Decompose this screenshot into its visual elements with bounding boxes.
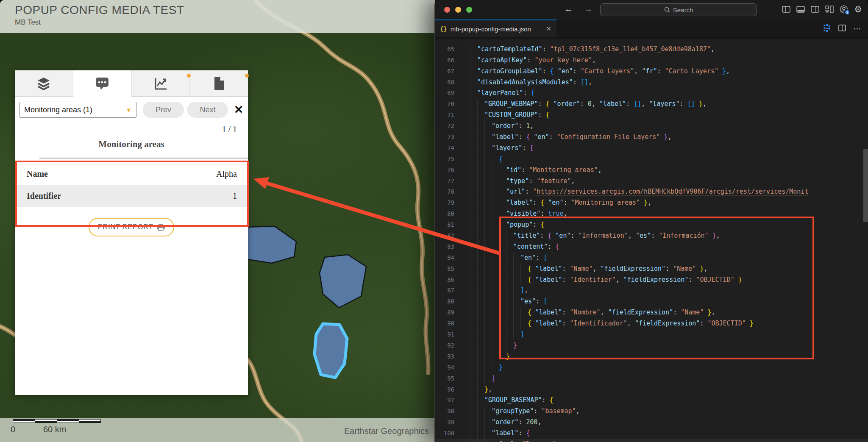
code-line[interactable]: 72"order": 1,	[435, 121, 868, 132]
vscode-title-bar[interactable]: ← → Search	[435, 0, 868, 19]
code-line[interactable]: 82"title": { "en": "Information", "es": …	[435, 231, 868, 242]
feature-table: NameAlphaIdentifier1	[15, 163, 248, 207]
line-number: 68	[435, 77, 454, 88]
scrollbar-thumb[interactable]	[863, 149, 868, 222]
feature-select-value: Monitoring areas (1)	[24, 106, 92, 114]
page-title: POPUP CONFIG MEDIA TEST	[15, 3, 435, 17]
feature-polygon[interactable]	[320, 255, 366, 308]
line-number: 77	[435, 176, 454, 187]
code-line[interactable]: 78"url": "https://services.arcgis.com/hB…	[435, 186, 868, 197]
popup-controls: Monitoring areas (1) ▼ Prev Next ✕	[15, 102, 248, 119]
tab-popup-info[interactable]	[73, 70, 132, 97]
layers-icon	[36, 77, 51, 90]
code-line[interactable]: 100"label": {	[435, 428, 868, 439]
close-window-button[interactable]	[444, 7, 450, 13]
map-bottom-bar: 0 60 km Earthstar Geographics	[0, 418, 435, 442]
code-line[interactable]: 67"cartoGroupLabel": { "en": "Carto Laye…	[435, 66, 868, 77]
code-line[interactable]: 94}	[435, 362, 868, 373]
code-line[interactable]: 90{ "label": "Identificador", "fieldExpr…	[435, 318, 868, 329]
code-line[interactable]: 88"es": [	[435, 296, 868, 307]
toggle-panel-icon[interactable]	[796, 5, 805, 14]
line-number: 85	[435, 264, 454, 275]
code-line[interactable]: 98"groupType": "basemap",	[435, 406, 868, 417]
code-line[interactable]: 85{ "label": "Name", "fieldExpression": …	[435, 264, 868, 275]
code-line[interactable]: 101"en": "Basemap",	[435, 439, 868, 442]
code-line[interactable]: 70"GROUP_WEBMAP": { "order": 0, "label":…	[435, 99, 868, 110]
line-number: 101	[435, 439, 454, 442]
print-report-button[interactable]: PRINT REPORT	[89, 218, 174, 236]
account-icon[interactable]: 1	[840, 5, 848, 14]
toggle-secondary-sidebar-icon[interactable]	[811, 5, 819, 14]
popup-comment-icon	[95, 77, 109, 90]
search-input[interactable]: Search	[600, 3, 757, 16]
line-number: 67	[435, 66, 454, 77]
code-line[interactable]: 66"cartoApiKey": "your key here",	[435, 55, 868, 66]
graph-view-icon[interactable]	[823, 24, 831, 34]
code-line[interactable]: 97"GROUP_BASEMAP": {	[435, 395, 868, 406]
river	[253, 0, 428, 375]
gear-icon[interactable]: ⚙	[854, 5, 862, 14]
forward-icon[interactable]: →	[584, 4, 593, 14]
river	[253, 0, 428, 375]
chart-icon	[153, 77, 168, 90]
table-row: NameAlpha	[15, 163, 248, 185]
line-number: 95	[435, 373, 454, 384]
code-line[interactable]: 81"popup": {	[435, 220, 868, 231]
line-number: 92	[435, 340, 454, 351]
popup-section-title: Monitoring areas	[15, 139, 248, 150]
code-line[interactable]: 99"order": 200,	[435, 417, 868, 428]
minimize-window-button[interactable]	[455, 7, 461, 13]
code-line[interactable]	[435, 37, 868, 44]
feature-polygon[interactable]	[240, 226, 296, 263]
line-number: 75	[435, 154, 454, 165]
line-number: 91	[435, 329, 454, 340]
feature-select[interactable]: Monitoring areas (1) ▼	[19, 102, 136, 118]
code-line[interactable]: 73"label": { "en": "Configuration File L…	[435, 132, 868, 143]
code-line[interactable]: 84"en": [	[435, 253, 868, 264]
back-icon[interactable]: ←	[564, 4, 573, 14]
prev-button[interactable]: Prev	[143, 102, 184, 118]
line-number	[435, 37, 454, 44]
code-line[interactable]: 65"cartoTemplateId": "tpl_07c315f8_c13e_…	[435, 44, 868, 55]
code-line[interactable]: 93}	[435, 351, 868, 362]
line-number: 79	[435, 197, 454, 208]
close-popup-button[interactable]: ✕	[230, 102, 247, 118]
code-line[interactable]: 91]	[435, 329, 868, 340]
code-line[interactable]: 76"id": "Monitoring areas",	[435, 165, 868, 176]
tab-document[interactable]	[190, 70, 248, 97]
code-line[interactable]: 87],	[435, 285, 868, 296]
code-line[interactable]: 71"CUSTOM_GROUP": {	[435, 110, 868, 121]
code-editor[interactable]: 65"cartoTemplateId": "tpl_07c315f8_c13e_…	[435, 37, 868, 442]
notification-dot	[245, 74, 249, 78]
code-line[interactable]: 80"visible": true,	[435, 208, 868, 220]
line-number: 96	[435, 384, 454, 395]
code-line[interactable]: 77"type": "feature",	[435, 176, 868, 187]
code-line[interactable]: 83"content": {	[435, 242, 868, 253]
editor-scrollbar[interactable]	[863, 37, 868, 442]
printer-icon	[157, 224, 165, 231]
code-line[interactable]: 74"layers": [	[435, 143, 868, 154]
more-actions-icon[interactable]: ⋯	[853, 25, 861, 33]
tab-chart[interactable]	[132, 70, 190, 97]
code-line[interactable]: 92}	[435, 340, 868, 351]
tab-json-file[interactable]: {} mb-popup-config-media.json ✕	[435, 19, 556, 37]
tab-layers[interactable]	[15, 70, 73, 97]
zoom-window-button[interactable]	[466, 7, 472, 13]
feature-pager: 1 / 1	[222, 125, 237, 134]
code-line[interactable]: 96},	[435, 384, 868, 395]
code-line[interactable]: 69"layerPanel": {	[435, 88, 868, 99]
next-button[interactable]: Next	[187, 102, 228, 118]
split-editor-icon[interactable]	[838, 24, 846, 34]
map-app-window: 0 60 km Earthstar Geographics POPUP CONF…	[0, 0, 435, 442]
code-line[interactable]: 95]	[435, 373, 868, 384]
code-line[interactable]: 86{ "label": "Identifier", "fieldExpress…	[435, 275, 868, 286]
code-line[interactable]: 79"label": { "en": "Monitoring areas" },	[435, 197, 868, 208]
code-line[interactable]: 68"disabledAnalysisModules": [],	[435, 77, 868, 88]
customize-layout-icon[interactable]	[825, 5, 834, 14]
code-line[interactable]: 89{ "label": "Nombre", "fieldExpression"…	[435, 307, 868, 318]
close-tab-icon[interactable]: ✕	[546, 25, 551, 33]
selected-feature-polygon[interactable]	[314, 324, 347, 378]
toggle-primary-sidebar-icon[interactable]	[782, 5, 790, 14]
line-number: 70	[435, 99, 454, 110]
code-line[interactable]: 75{	[435, 154, 868, 165]
